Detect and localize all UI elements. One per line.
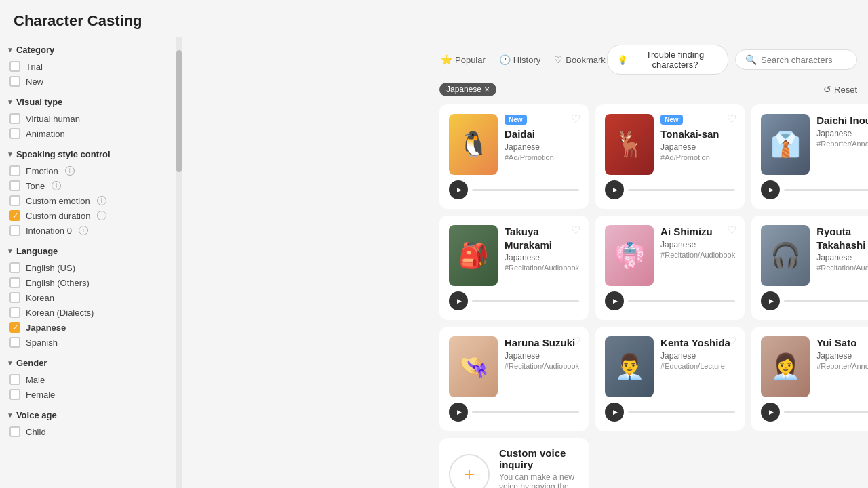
japanese-filter-tag[interactable]: Japanese ×: [439, 83, 496, 96]
card-name-haruna: Haruna Suzuki: [505, 336, 579, 350]
trouble-button[interactable]: 💡 Trouble finding characters?: [607, 45, 728, 75]
male-checkbox[interactable]: [9, 374, 20, 385]
male-label-row[interactable]: Male: [9, 374, 45, 385]
heart-icon-daidai[interactable]: ♡: [571, 113, 580, 125]
category-section-header[interactable]: ▼ Category: [7, 45, 170, 55]
play-button-ai[interactable]: [605, 291, 624, 310]
spanish-checkbox[interactable]: [9, 337, 20, 348]
play-button-yui[interactable]: [761, 403, 780, 422]
japanese-label-row[interactable]: Japanese: [9, 322, 66, 333]
spanish-filter: Spanish: [7, 335, 170, 350]
card-lang-yui: Japanese: [816, 351, 868, 361]
intonation-checkbox[interactable]: [9, 225, 20, 236]
content-header: ⭐ Popular 🕐 History ♡ Bookmark 💡: [434, 37, 868, 80]
custom-duration-checkbox-checked[interactable]: [9, 210, 20, 221]
card-lang-daidai: Japanese: [505, 142, 579, 152]
female-label-row[interactable]: Female: [9, 389, 55, 400]
tab-history[interactable]: 🕐 History: [498, 52, 542, 68]
play-button-ryouta[interactable]: [761, 291, 780, 310]
progress-bar-takuya: [472, 300, 579, 302]
animation-checkbox[interactable]: [9, 128, 20, 139]
custom-voice-card[interactable]: + Custom voice inquiry You can make a ne…: [439, 438, 589, 488]
custom-emotion-label-row[interactable]: Custom emotion: [9, 195, 90, 206]
heart-icon-kenta[interactable]: ♡: [727, 335, 736, 348]
japanese-filter: Japanese: [7, 320, 170, 335]
play-button-tonakai[interactable]: [605, 180, 624, 199]
character-card-takuya[interactable]: ♡ 🎒 Takuya Murakami Japanese #Recitation…: [439, 216, 589, 320]
character-card-daichi[interactable]: ♡ 👔 Daichi Inoue Japanese #Reporter/Anno…: [751, 104, 868, 209]
category-arrow-icon: ▼: [7, 46, 14, 54]
female-checkbox[interactable]: [9, 389, 20, 400]
virtual-human-checkbox[interactable]: [9, 113, 20, 124]
tab-bookmark[interactable]: ♡ Bookmark: [553, 52, 607, 68]
custom-duration-info-icon[interactable]: i: [97, 211, 106, 220]
child-label-row[interactable]: Child: [9, 426, 46, 437]
emotion-info-icon[interactable]: i: [65, 166, 75, 176]
character-card-tonakai[interactable]: ♡ 🦌 New Tonakai-san Japanese #Ad/Promoti…: [595, 104, 745, 209]
english-us-checkbox[interactable]: [9, 262, 20, 273]
play-button-haruna[interactable]: [449, 403, 468, 422]
animation-label-row[interactable]: Animation: [9, 128, 65, 139]
page: Character Casting ▼ Category Trial: [0, 0, 868, 488]
custom-emotion-info-icon[interactable]: i: [97, 196, 106, 205]
spanish-label-row[interactable]: Spanish: [9, 337, 58, 348]
speaking-style-section-header[interactable]: ▼ Speaking style control: [7, 149, 170, 159]
english-others-label-row[interactable]: English (Others): [9, 277, 90, 288]
korean-dialects-checkbox[interactable]: [9, 307, 20, 318]
play-button-kenta[interactable]: [605, 403, 624, 422]
custom-emotion-checkbox[interactable]: [9, 195, 20, 206]
virtual-human-label-row[interactable]: Virtual human: [9, 113, 80, 124]
intonation-label-row[interactable]: Intonation 0: [9, 225, 72, 236]
custom-duration-label-row[interactable]: Custom duration: [9, 210, 90, 221]
character-card-haruna[interactable]: ♡ 👒 Haruna Suzuki Japanese #Recitation/A…: [439, 327, 589, 431]
card-lang-takuya: Japanese: [505, 253, 579, 262]
new-checkbox[interactable]: [9, 76, 20, 87]
play-button-daichi[interactable]: [761, 180, 780, 199]
trial-checkbox[interactable]: [9, 61, 20, 72]
popular-label: Popular: [455, 55, 486, 65]
english-us-label-row[interactable]: English (US): [9, 262, 75, 273]
sidebar-scrollbar[interactable]: [176, 37, 182, 488]
play-button-takuya[interactable]: [449, 291, 468, 310]
search-input[interactable]: [761, 55, 849, 65]
korean-dialects-label-row[interactable]: Korean (Dialects): [9, 307, 94, 318]
search-icon: 🔍: [745, 54, 757, 65]
english-us-filter: English (US): [7, 260, 170, 275]
heart-icon-ai[interactable]: ♡: [727, 224, 736, 237]
visual-type-section-header[interactable]: ▼ Visual type: [7, 97, 170, 107]
japanese-checkbox-checked[interactable]: [9, 322, 20, 333]
new-filter-item: New: [7, 74, 170, 89]
tab-popular[interactable]: ⭐ Popular: [439, 52, 487, 68]
korean-label-row[interactable]: Korean: [9, 292, 54, 303]
card-controls-kenta: [605, 403, 735, 422]
intonation-label: Intonation 0: [26, 226, 72, 236]
language-section-header[interactable]: ▼ Language: [7, 246, 170, 256]
emotion-checkbox[interactable]: [9, 165, 20, 176]
character-card-ai[interactable]: ♡ 👘 Ai Shimizu Japanese #Recitation/Audi…: [595, 216, 745, 320]
character-card-ryouta[interactable]: ♡ 🎧 Ryouta Takahashi Japanese #Recitatio…: [751, 216, 868, 320]
tone-checkbox[interactable]: [9, 180, 20, 191]
gender-section-header[interactable]: ▼ Gender: [7, 358, 170, 368]
voice-age-section-header[interactable]: ▼ Voice age: [7, 410, 170, 420]
page-title: Character Casting: [0, 0, 868, 37]
tone-info-icon[interactable]: i: [52, 181, 61, 190]
trial-label-row[interactable]: Trial: [9, 61, 43, 72]
child-checkbox[interactable]: [9, 426, 20, 437]
heart-icon-takuya[interactable]: ♡: [571, 224, 580, 237]
play-button-daidai[interactable]: [449, 180, 468, 199]
intonation-info-icon[interactable]: i: [79, 226, 88, 235]
character-card-kenta[interactable]: ♡ 👨‍💼 Kenta Yoshida Japanese #Education/…: [595, 327, 745, 431]
character-card-yui[interactable]: ♡ 👩‍💼 Yui Sato Japanese #Reporter/Announ…: [751, 327, 868, 431]
new-label-row[interactable]: New: [9, 76, 43, 87]
korean-checkbox[interactable]: [9, 292, 20, 303]
heart-icon-tonakai[interactable]: ♡: [727, 113, 736, 125]
avatar-takuya: 🎒: [449, 225, 498, 286]
english-others-checkbox[interactable]: [9, 277, 20, 288]
character-card-daidai[interactable]: ♡ 🐧 New Daidai Japanese #Ad/Promotion: [439, 104, 589, 209]
card-top-takuya: 🎒 Takuya Murakami Japanese #Recitation/A…: [449, 225, 579, 286]
remove-tag-icon[interactable]: ×: [484, 85, 490, 94]
tone-label-row[interactable]: Tone: [9, 180, 45, 191]
emotion-label-row[interactable]: Emotion: [9, 165, 58, 176]
reset-button[interactable]: ↺ Reset: [823, 84, 857, 95]
heart-icon-haruna[interactable]: ♡: [571, 335, 580, 348]
